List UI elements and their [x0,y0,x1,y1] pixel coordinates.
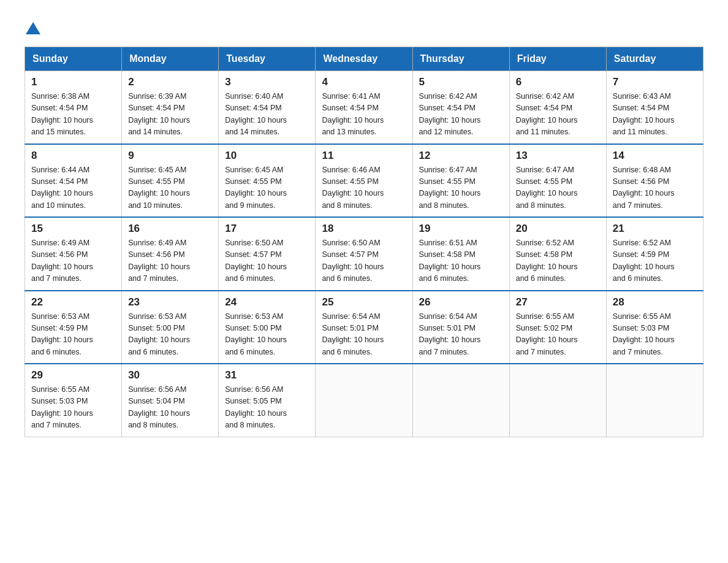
logo [25,18,40,34]
calendar-header-tuesday: Tuesday [219,47,316,71]
day-number: 5 [419,76,503,88]
day-number: 4 [322,76,406,88]
calendar-day-cell: 22Sunrise: 6:53 AMSunset: 4:59 PMDayligh… [25,291,122,364]
calendar-day-cell: 16Sunrise: 6:49 AMSunset: 4:56 PMDayligh… [122,217,219,291]
calendar-day-cell: 24Sunrise: 6:53 AMSunset: 5:00 PMDayligh… [219,291,316,364]
day-number: 16 [128,223,212,235]
calendar-day-cell: 7Sunrise: 6:43 AMSunset: 4:54 PMDaylight… [606,71,703,144]
calendar-day-cell: 14Sunrise: 6:48 AMSunset: 4:56 PMDayligh… [606,144,703,218]
calendar-day-cell: 18Sunrise: 6:50 AMSunset: 4:57 PMDayligh… [316,217,412,291]
day-info: Sunrise: 6:56 AMSunset: 5:05 PMDaylight:… [225,384,309,432]
calendar-day-cell: 12Sunrise: 6:47 AMSunset: 4:55 PMDayligh… [412,144,509,218]
calendar-week-row: 1Sunrise: 6:38 AMSunset: 4:54 PMDaylight… [25,71,703,144]
calendar-week-row: 22Sunrise: 6:53 AMSunset: 4:59 PMDayligh… [25,291,703,364]
calendar-day-cell: 20Sunrise: 6:52 AMSunset: 4:58 PMDayligh… [509,217,606,291]
day-number: 6 [516,76,600,88]
day-info: Sunrise: 6:53 AMSunset: 4:59 PMDaylight:… [31,311,115,359]
day-number: 15 [31,223,115,235]
day-number: 2 [128,76,212,88]
day-number: 8 [31,150,115,162]
day-number: 28 [613,296,697,308]
calendar-day-cell [316,364,412,437]
day-info: Sunrise: 6:55 AMSunset: 5:03 PMDaylight:… [613,311,697,359]
calendar-day-cell: 9Sunrise: 6:45 AMSunset: 4:55 PMDaylight… [122,144,219,218]
day-info: Sunrise: 6:53 AMSunset: 5:00 PMDaylight:… [128,311,212,359]
day-info: Sunrise: 6:41 AMSunset: 4:54 PMDaylight:… [322,91,406,139]
day-number: 13 [516,150,600,162]
day-number: 29 [31,369,115,381]
day-info: Sunrise: 6:56 AMSunset: 5:04 PMDaylight:… [128,384,212,432]
calendar-week-row: 15Sunrise: 6:49 AMSunset: 4:56 PMDayligh… [25,217,703,291]
calendar-day-cell: 13Sunrise: 6:47 AMSunset: 4:55 PMDayligh… [509,144,606,218]
day-info: Sunrise: 6:44 AMSunset: 4:54 PMDaylight:… [31,164,115,212]
day-info: Sunrise: 6:42 AMSunset: 4:54 PMDaylight:… [516,91,600,139]
day-number: 31 [225,369,309,381]
day-number: 26 [419,296,503,308]
day-info: Sunrise: 6:50 AMSunset: 4:57 PMDaylight:… [225,237,309,285]
day-number: 22 [31,296,115,308]
calendar-day-cell: 8Sunrise: 6:44 AMSunset: 4:54 PMDaylight… [25,144,122,218]
day-number: 7 [613,76,697,88]
calendar-day-cell [509,364,606,437]
day-number: 30 [128,369,212,381]
calendar-day-cell: 21Sunrise: 6:52 AMSunset: 4:59 PMDayligh… [606,217,703,291]
calendar-day-cell: 25Sunrise: 6:54 AMSunset: 5:01 PMDayligh… [316,291,412,364]
day-number: 1 [31,76,115,88]
calendar-day-cell: 28Sunrise: 6:55 AMSunset: 5:03 PMDayligh… [606,291,703,364]
day-info: Sunrise: 6:49 AMSunset: 4:56 PMDaylight:… [31,237,115,285]
day-number: 12 [419,150,503,162]
day-info: Sunrise: 6:45 AMSunset: 4:55 PMDaylight:… [225,164,309,212]
day-info: Sunrise: 6:52 AMSunset: 4:58 PMDaylight:… [516,237,600,285]
day-number: 24 [225,296,309,308]
calendar-day-cell: 26Sunrise: 6:54 AMSunset: 5:01 PMDayligh… [412,291,509,364]
day-info: Sunrise: 6:54 AMSunset: 5:01 PMDaylight:… [322,311,406,359]
calendar-day-cell: 11Sunrise: 6:46 AMSunset: 4:55 PMDayligh… [316,144,412,218]
page-header [25,18,703,34]
day-info: Sunrise: 6:55 AMSunset: 5:02 PMDaylight:… [516,311,600,359]
calendar-day-cell: 3Sunrise: 6:40 AMSunset: 4:54 PMDaylight… [219,71,316,144]
day-number: 21 [613,223,697,235]
day-number: 19 [419,223,503,235]
calendar-day-cell: 4Sunrise: 6:41 AMSunset: 4:54 PMDaylight… [316,71,412,144]
day-number: 27 [516,296,600,308]
calendar-day-cell: 17Sunrise: 6:50 AMSunset: 4:57 PMDayligh… [219,217,316,291]
calendar-day-cell: 10Sunrise: 6:45 AMSunset: 4:55 PMDayligh… [219,144,316,218]
calendar-day-cell: 31Sunrise: 6:56 AMSunset: 5:05 PMDayligh… [219,364,316,437]
day-info: Sunrise: 6:42 AMSunset: 4:54 PMDaylight:… [419,91,503,139]
day-info: Sunrise: 6:47 AMSunset: 4:55 PMDaylight:… [516,164,600,212]
day-info: Sunrise: 6:45 AMSunset: 4:55 PMDaylight:… [128,164,212,212]
day-number: 17 [225,223,309,235]
calendar-day-cell: 2Sunrise: 6:39 AMSunset: 4:54 PMDaylight… [122,71,219,144]
day-info: Sunrise: 6:43 AMSunset: 4:54 PMDaylight:… [613,91,697,139]
day-number: 9 [128,150,212,162]
day-number: 23 [128,296,212,308]
calendar-table: SundayMondayTuesdayWednesdayThursdayFrid… [25,47,703,437]
calendar-day-cell: 29Sunrise: 6:55 AMSunset: 5:03 PMDayligh… [25,364,122,437]
calendar-day-cell: 19Sunrise: 6:51 AMSunset: 4:58 PMDayligh… [412,217,509,291]
calendar-header-thursday: Thursday [412,47,509,71]
day-number: 18 [322,223,406,235]
logo-triangle-icon [26,22,40,34]
calendar-day-cell: 6Sunrise: 6:42 AMSunset: 4:54 PMDaylight… [509,71,606,144]
day-info: Sunrise: 6:46 AMSunset: 4:55 PMDaylight:… [322,164,406,212]
calendar-header-row: SundayMondayTuesdayWednesdayThursdayFrid… [25,47,703,71]
calendar-header-saturday: Saturday [606,47,703,71]
day-info: Sunrise: 6:51 AMSunset: 4:58 PMDaylight:… [419,237,503,285]
day-number: 3 [225,76,309,88]
calendar-day-cell [606,364,703,437]
calendar-week-row: 8Sunrise: 6:44 AMSunset: 4:54 PMDaylight… [25,144,703,218]
day-number: 11 [322,150,406,162]
day-number: 20 [516,223,600,235]
day-info: Sunrise: 6:55 AMSunset: 5:03 PMDaylight:… [31,384,115,432]
calendar-day-cell: 23Sunrise: 6:53 AMSunset: 5:00 PMDayligh… [122,291,219,364]
day-number: 14 [613,150,697,162]
day-info: Sunrise: 6:39 AMSunset: 4:54 PMDaylight:… [128,91,212,139]
calendar-header-wednesday: Wednesday [316,47,412,71]
day-info: Sunrise: 6:50 AMSunset: 4:57 PMDaylight:… [322,237,406,285]
day-info: Sunrise: 6:40 AMSunset: 4:54 PMDaylight:… [225,91,309,139]
calendar-day-cell: 5Sunrise: 6:42 AMSunset: 4:54 PMDaylight… [412,71,509,144]
calendar-header-monday: Monday [122,47,219,71]
day-number: 10 [225,150,309,162]
calendar-day-cell: 1Sunrise: 6:38 AMSunset: 4:54 PMDaylight… [25,71,122,144]
calendar-week-row: 29Sunrise: 6:55 AMSunset: 5:03 PMDayligh… [25,364,703,437]
